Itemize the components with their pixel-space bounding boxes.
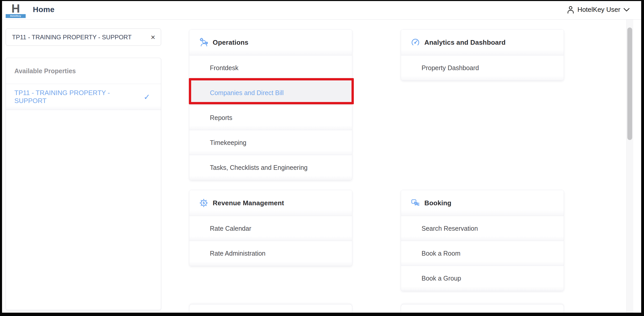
page-title: Home [33,5,55,14]
card-header: Analytics and Dashboard [401,30,564,55]
menu-item-label: Companies and Direct Bill [210,89,284,97]
menu-item[interactable]: Reports [189,105,352,130]
scrollbar-track[interactable] [626,20,633,313]
card-title: Booking [424,199,451,207]
menu-item[interactable]: Search Reservation [401,216,564,241]
menu-item-label: Rate Calendar [210,225,251,232]
chevron-down-icon [623,8,630,12]
card-title: Revenue Management [213,199,284,207]
card-title: Analytics and Dashboard [424,39,506,47]
booking-icon [411,198,420,208]
partial-card [401,304,564,313]
menu-item[interactable]: Book a Room [401,241,564,266]
app-window: H HotelKey Home HotelKey User × Availabl… [2,1,641,313]
menu-item[interactable]: Frontdesk [189,55,352,80]
property-label: TP11 - TRAINING PROPERTY - SUPPORT [14,89,144,105]
card-header: $ Revenue Management [189,190,352,216]
search-input[interactable] [12,33,151,41]
menu-item[interactable]: Rate Calendar [189,216,352,241]
operations-icon [199,38,209,47]
partial-card [189,304,352,313]
user-menu[interactable]: HotelKey User [567,6,630,14]
menu-item-label: Tasks, Checklists and Engineering [210,164,308,171]
menu-item[interactable]: Property Dashboard [401,55,564,80]
card-operations: Operations FrontdeskCompanies and Direct… [189,30,352,180]
hotelkey-logo: H HotelKey [6,3,26,18]
menu-item-label: Book a Group [422,275,461,282]
person-icon [567,6,574,14]
menu-item[interactable]: Rate Administration [189,241,352,266]
card-title: Operations [213,39,248,47]
menu-item-label: Search Reservation [422,225,478,232]
menu-item-label: Property Dashboard [422,64,479,72]
menu-item-label: Timekeeping [210,139,246,146]
available-properties-panel: Available Properties TP11 - TRAINING PRO… [6,58,161,310]
property-search-box: × [6,29,161,46]
card-analytics: Analytics and Dashboard Property Dashboa… [401,30,564,80]
menu-item-label: Frontdesk [210,64,238,72]
scrollbar-thumb[interactable] [627,27,632,140]
analytics-icon [411,38,420,47]
card-header: Booking [401,190,564,216]
revenue-icon: $ [199,198,209,208]
property-list-item[interactable]: TP11 - TRAINING PROPERTY - SUPPORT ✓ [6,84,161,110]
logo-letter: H [6,3,26,14]
card-booking: Booking Search ReservationBook a RoomBoo… [401,190,564,291]
menu-item-label: Book a Room [422,250,460,257]
menu-item[interactable]: Book a Group [401,266,564,291]
menu-item[interactable]: Timekeeping [189,130,352,155]
close-icon[interactable]: × [151,33,155,41]
check-icon: ✓ [144,92,150,101]
panel-title: Available Properties [6,58,161,84]
user-name: HotelKey User [577,6,620,14]
menu-item-label: Rate Administration [210,250,266,257]
logo-brand-band: HotelKey [6,14,26,18]
card-header: Operations [189,30,352,55]
app-header: H HotelKey Home HotelKey User [2,1,641,20]
menu-item-label: Reports [210,114,232,122]
svg-text:$: $ [203,201,205,205]
menu-item[interactable]: Companies and Direct Bill [189,80,352,105]
card-revenue: $ Revenue Management Rate CalendarRate A… [189,190,352,266]
menu-item[interactable]: Tasks, Checklists and Engineering [189,155,352,180]
